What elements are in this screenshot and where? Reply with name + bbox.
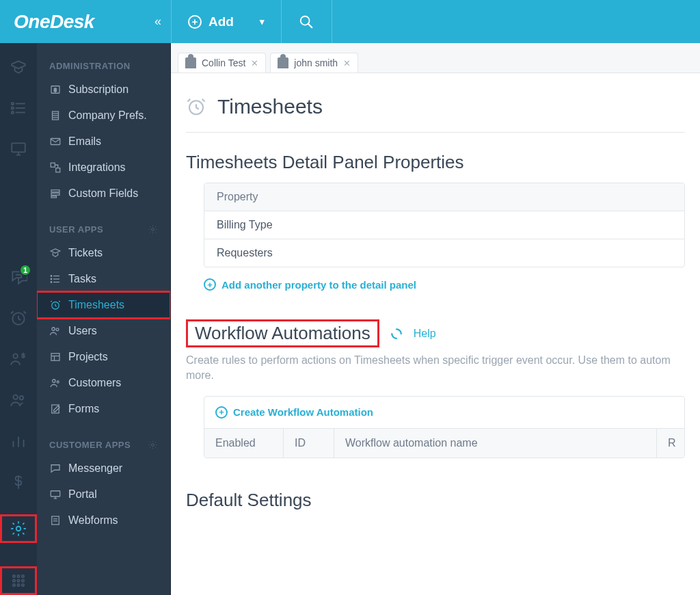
svg-rect-37 xyxy=(56,168,60,172)
sidebar-portal[interactable]: Portal xyxy=(37,481,170,507)
plus-circle-icon: + xyxy=(215,406,228,419)
sidebar-projects[interactable]: Projects xyxy=(37,344,170,370)
rail-timesheets[interactable] xyxy=(0,309,37,327)
sidebar-integrations[interactable]: Integrations xyxy=(37,155,170,181)
brand-area: OneDesk « xyxy=(0,0,171,43)
search-button[interactable] xyxy=(282,0,332,43)
rail-settings[interactable] xyxy=(0,514,37,543)
svg-point-49 xyxy=(52,328,55,331)
rail-display[interactable] xyxy=(0,140,37,158)
default-settings-heading: Default Settings xyxy=(186,490,685,511)
main: Collin Test✕ john smith✕ Timesheets Time… xyxy=(171,43,700,595)
topbar: OneDesk « + Add ▾ xyxy=(0,0,700,43)
tabs: Collin Test✕ john smith✕ xyxy=(171,43,700,73)
rail-analytics[interactable] xyxy=(0,432,37,450)
sidebar-tickets[interactable]: Tickets xyxy=(37,240,170,266)
dollar-card-icon: $ xyxy=(49,83,62,96)
sidebar-tasks[interactable]: Tasks xyxy=(37,266,170,292)
collapse-sidebar-icon[interactable]: « xyxy=(154,14,161,29)
svg-text:$: $ xyxy=(54,87,57,93)
avatar-icon xyxy=(278,57,288,68)
svg-point-50 xyxy=(56,328,59,331)
tab-collin[interactable]: Collin Test✕ xyxy=(178,53,266,72)
properties-table: Property Billing Type Requesters xyxy=(204,183,685,267)
icon-rail: 1 $ xyxy=(0,43,37,595)
sidebar-custom-fields[interactable]: Custom Fields xyxy=(37,181,170,207)
sidebar-forms[interactable]: Forms xyxy=(37,396,170,422)
create-workflow-link[interactable]: + Create Workflow Automation xyxy=(204,397,684,428)
rail-customers[interactable] xyxy=(0,391,37,409)
rail-finance[interactable] xyxy=(0,473,37,491)
grid-icon xyxy=(10,572,27,590)
tab-john[interactable]: john smith✕ xyxy=(270,53,358,72)
col-r: R xyxy=(657,429,684,458)
svg-point-22 xyxy=(22,575,24,577)
svg-point-6 xyxy=(12,107,14,109)
close-icon[interactable]: ✕ xyxy=(343,58,351,68)
plus-circle-icon: + xyxy=(204,278,216,291)
page-header: Timesheets xyxy=(186,83,685,133)
plus-circle-icon: + xyxy=(188,15,202,29)
svg-point-57 xyxy=(152,444,154,447)
svg-rect-58 xyxy=(51,491,60,497)
gear-icon xyxy=(10,520,27,538)
col-name: Workflow automation name xyxy=(334,429,657,458)
property-row[interactable]: Billing Type xyxy=(204,211,684,239)
topbar-actions: + Add ▾ xyxy=(171,0,700,43)
svg-point-26 xyxy=(13,584,15,586)
sidebar-users[interactable]: Users xyxy=(37,318,170,344)
add-property-link[interactable]: + Add another property to the detail pan… xyxy=(186,267,685,291)
svg-rect-61 xyxy=(52,516,59,525)
property-header: Property xyxy=(204,183,684,211)
sidebar-emails[interactable]: Emails xyxy=(37,129,170,155)
bar-chart-icon xyxy=(10,432,27,450)
sidebar-company-prefs[interactable]: Company Prefs. xyxy=(37,103,170,129)
workflow-heading: Workflow Automations xyxy=(186,319,379,347)
svg-point-41 xyxy=(152,228,154,231)
mail-icon xyxy=(49,135,62,148)
list-icon xyxy=(49,273,62,285)
users-icon xyxy=(49,325,62,337)
svg-point-21 xyxy=(17,575,19,577)
avatar-icon xyxy=(185,57,196,68)
customers-icon xyxy=(49,377,62,389)
forms-icon xyxy=(49,403,62,415)
section-admin: ADMINISTRATION xyxy=(37,43,170,77)
sidebar-customers[interactable]: Customers xyxy=(37,370,170,396)
close-icon[interactable]: ✕ xyxy=(251,58,258,68)
svg-line-1 xyxy=(308,23,312,27)
gear-icon[interactable] xyxy=(148,224,158,235)
property-row[interactable]: Requesters xyxy=(204,239,684,267)
add-button[interactable]: + Add ▾ xyxy=(171,0,282,43)
svg-point-20 xyxy=(13,575,15,577)
detail-panel-heading: Timesheets Detail Panel Properties xyxy=(186,152,685,173)
svg-point-19 xyxy=(16,527,21,531)
sidebar: ADMINISTRATION $Subscription Company Pre… xyxy=(37,43,171,595)
users-icon xyxy=(10,391,27,409)
ticket-icon xyxy=(10,58,27,76)
svg-point-54 xyxy=(53,380,56,383)
rail-apps[interactable] xyxy=(0,566,37,595)
rail-users-dollar[interactable]: $ xyxy=(0,350,37,368)
workflow-columns: Enabled ID Workflow automation name R xyxy=(204,428,684,458)
gear-icon[interactable] xyxy=(148,440,158,450)
rail-messenger[interactable]: 1 xyxy=(0,268,37,286)
help-link[interactable]: Help xyxy=(414,328,436,340)
ticket-icon xyxy=(49,247,62,259)
sidebar-subscription[interactable]: $Subscription xyxy=(37,77,170,103)
svg-rect-38 xyxy=(51,190,59,192)
search-icon xyxy=(299,14,314,29)
col-enabled: Enabled xyxy=(204,429,284,458)
add-label: Add xyxy=(208,14,234,29)
workflow-section: Workflow Automations Help Create rules t… xyxy=(186,319,685,458)
help-spinner-icon xyxy=(390,328,403,340)
svg-point-25 xyxy=(22,579,24,581)
svg-point-55 xyxy=(57,381,59,383)
dollar-icon xyxy=(10,473,27,491)
rail-tasks[interactable] xyxy=(0,99,37,117)
rail-tickets[interactable] xyxy=(0,58,37,76)
sidebar-messenger[interactable]: Messenger xyxy=(37,455,170,481)
sidebar-webforms[interactable]: Webforms xyxy=(37,507,170,533)
svg-rect-40 xyxy=(51,196,57,198)
sidebar-timesheets[interactable]: Timesheets xyxy=(37,292,170,318)
